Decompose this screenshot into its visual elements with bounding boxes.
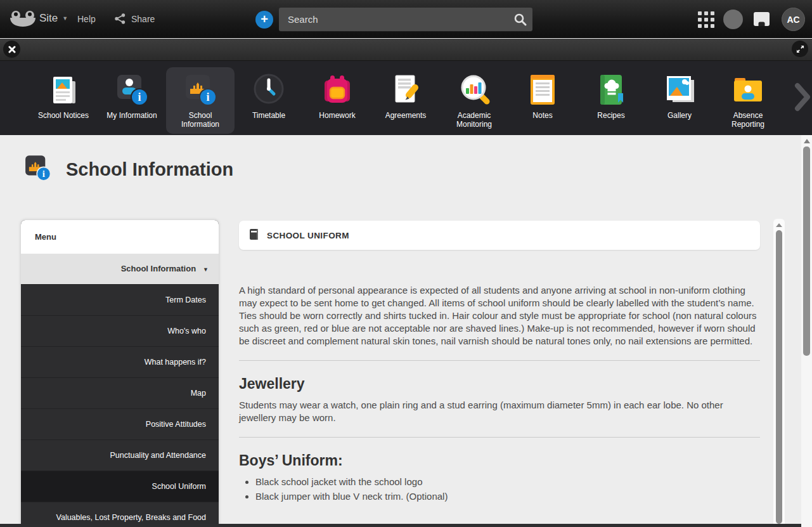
avatar-placeholder[interactable]	[723, 10, 743, 29]
search-box	[279, 8, 532, 31]
help-link[interactable]: Help	[77, 14, 96, 24]
sidebar-menu: Menu School Information▼ Term Dates Who'…	[21, 220, 219, 527]
app-tile-school-information[interactable]: i School Information	[166, 67, 235, 134]
app-label: Gallery	[645, 111, 714, 125]
app-label: My Information	[98, 111, 166, 125]
app-launcher-bar: School Notices i My Information	[0, 61, 812, 135]
list-item: Black jumper with blue V neck trim. (Opt…	[255, 490, 760, 503]
photo-stack-icon	[645, 72, 714, 108]
scroll-up-arrow-icon[interactable]	[804, 139, 810, 143]
app-tile-gallery[interactable]: Gallery	[645, 67, 714, 134]
app-label: Notes	[508, 111, 577, 125]
expand-icon	[796, 45, 804, 53]
menu-item-what-happens-if[interactable]: What happens if?	[21, 346, 219, 377]
bottom-edge-strip	[0, 524, 801, 527]
notepad-icon	[508, 72, 577, 108]
add-button[interactable]: +	[255, 11, 273, 29]
document-pencil-icon	[371, 72, 440, 108]
divider	[239, 437, 760, 438]
app-tile-recipes[interactable]: Recipes	[577, 67, 645, 134]
svg-text:i: i	[206, 91, 209, 103]
page-title: School Information	[66, 159, 233, 180]
share-icon	[114, 13, 126, 25]
menu-item-map[interactable]: Map	[21, 377, 219, 408]
app-tile-absence-reporting[interactable]: Absence Reporting	[714, 67, 782, 134]
search-icon[interactable]	[513, 13, 527, 29]
menu-item-term-dates[interactable]: Term Dates	[21, 284, 219, 315]
boys-uniform-heading: Boys’ Uniform:	[239, 454, 760, 467]
menu-item-positive-attitudes[interactable]: Positive Attitudes	[21, 408, 219, 439]
share-label: Share	[131, 14, 155, 24]
intro-paragraph: A high standard of personal appearance i…	[239, 284, 760, 348]
scroll-up-arrow-icon[interactable]	[776, 223, 782, 227]
app-tile-academic-monitoring[interactable]: Academic Monitoring	[440, 67, 508, 134]
book-icon	[249, 228, 259, 243]
expand-button[interactable]	[792, 41, 808, 57]
svg-text:i: i	[138, 91, 141, 103]
close-icon	[8, 46, 16, 53]
search-input[interactable]	[279, 8, 501, 31]
user-avatar[interactable]: AC	[782, 8, 805, 31]
app-label: School Notices	[29, 111, 98, 125]
list-item: Black school jacket with the school logo	[255, 476, 760, 488]
app-tile-notes[interactable]: Notes	[508, 67, 577, 134]
menu-parent-label: School Information	[121, 264, 196, 273]
clock-icon	[235, 72, 303, 108]
jewellery-paragraph: Students may wear a watch, one plain rin…	[239, 399, 760, 424]
page-scrollbar[interactable]	[801, 135, 812, 527]
person-info-icon: i	[98, 72, 166, 108]
share-button[interactable]: Share	[114, 13, 155, 25]
app-label: Homework	[303, 111, 371, 125]
app-label: School Information	[166, 111, 235, 134]
close-button[interactable]	[3, 41, 20, 58]
chevron-right-icon[interactable]	[794, 82, 811, 114]
svg-text:i: i	[42, 169, 45, 179]
app-label: Absence Reporting	[714, 111, 782, 134]
chevron-down-icon: ▼	[62, 15, 68, 22]
chevron-down-icon: ▼	[203, 266, 209, 273]
menu-item-punctuality-and-attendance[interactable]: Punctuality and Attendance	[21, 439, 219, 471]
menu-item-whos-who[interactable]: Who's who	[21, 315, 219, 346]
app-tile-my-information[interactable]: i My Information	[98, 67, 166, 134]
school-info-icon: i	[166, 72, 235, 108]
content-scrollbar-thumb[interactable]	[776, 230, 782, 524]
menu-parent-school-information[interactable]: School Information▼	[21, 254, 219, 284]
display-icon[interactable]	[753, 11, 770, 29]
dashboard-toolbar	[0, 39, 812, 61]
recipe-book-icon	[577, 72, 645, 108]
newspaper-icon	[29, 72, 98, 108]
frog-logo-icon	[9, 10, 37, 30]
site-menu-label: Site	[39, 12, 58, 24]
app-label: Recipes	[577, 111, 645, 125]
divider	[239, 360, 760, 361]
app-tiles: School Notices i My Information	[29, 67, 782, 134]
folder-person-icon	[714, 72, 782, 108]
school-info-icon: i	[23, 153, 52, 185]
app-label: Academic Monitoring	[440, 111, 508, 134]
menu-item-school-uniform[interactable]: School Uniform	[21, 471, 219, 502]
content-body: A high standard of personal appearance i…	[239, 284, 760, 505]
chart-magnifier-icon	[440, 72, 508, 108]
menu-header: Menu	[21, 220, 219, 254]
content-header: SCHOOL UNIFORM	[239, 221, 760, 250]
app-tile-agreements[interactable]: Agreements	[371, 67, 440, 134]
page-scrollbar-thumb[interactable]	[803, 146, 810, 356]
content-header-title: SCHOOL UNIFORM	[267, 231, 349, 240]
boys-uniform-list: Black school jacket with the school logo…	[239, 476, 760, 503]
top-navigation-bar: Site▼ Help Share + AC	[0, 0, 812, 38]
app-label: Agreements	[371, 111, 440, 125]
app-label: Timetable	[235, 111, 303, 125]
apps-grid-icon[interactable]	[698, 11, 714, 30]
content-scrollbar[interactable]	[773, 219, 785, 527]
app-tile-homework[interactable]: Homework	[303, 67, 371, 134]
page-title-row: i School Information	[23, 153, 233, 185]
backpack-icon	[303, 72, 371, 108]
app-tile-timetable[interactable]: Timetable	[235, 67, 303, 134]
menu-item-valuables[interactable]: Valuables, Lost Property, Breaks and Foo…	[21, 502, 219, 527]
app-tile-school-notices[interactable]: School Notices	[29, 67, 98, 134]
jewellery-heading: Jewellery	[239, 377, 760, 390]
site-menu[interactable]: Site▼	[39, 12, 68, 25]
